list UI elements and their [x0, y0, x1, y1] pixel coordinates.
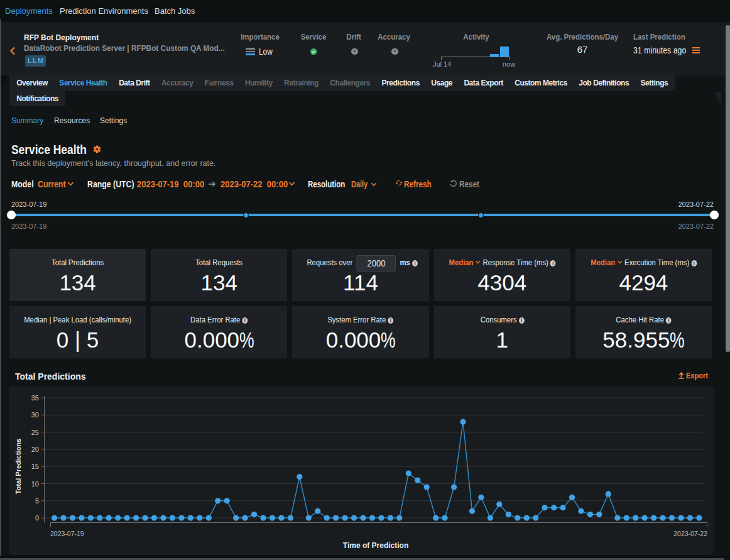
svg-text:2023-07-19: 2023-07-19	[50, 530, 84, 537]
svg-text:0: 0	[35, 514, 39, 522]
svg-text:20: 20	[31, 446, 39, 453]
svg-text:Total Predictions: Total Predictions	[14, 439, 22, 494]
svg-text:10: 10	[31, 480, 39, 488]
svg-text:Time of Prediction: Time of Prediction	[343, 541, 408, 550]
svg-text:30: 30	[31, 411, 39, 419]
svg-text:35: 35	[31, 394, 39, 402]
svg-text:15: 15	[31, 463, 39, 470]
svg-text:2023-07-22: 2023-07-22	[673, 530, 707, 537]
svg-text:25: 25	[31, 429, 39, 436]
svg-text:5: 5	[35, 497, 39, 505]
